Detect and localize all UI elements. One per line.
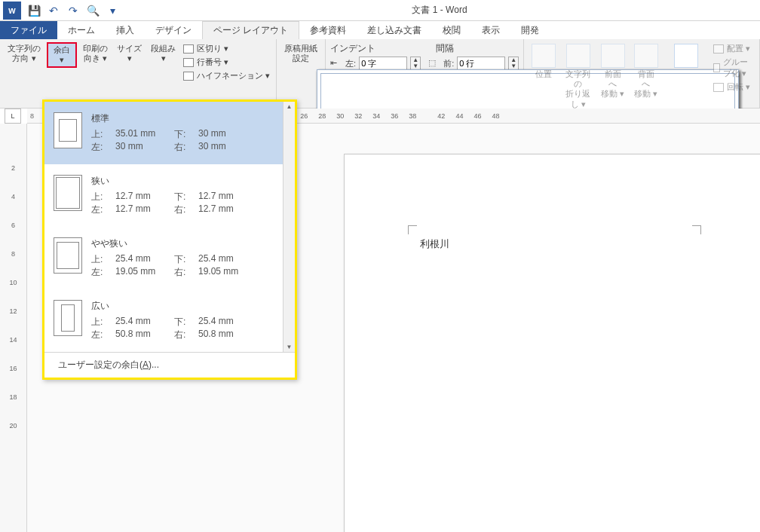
ruler-tick: 38	[409, 112, 416, 120]
margins-preset-icon	[54, 175, 82, 211]
ruler-tick: 8	[11, 250, 15, 258]
ruler-tick: 42	[437, 112, 445, 120]
margins-option-moderate[interactable]: やや狭い上:25.4 mm下:25.4 mm左:19.05 mm右:19.05 …	[44, 227, 295, 289]
ruler-tick: 32	[354, 112, 362, 120]
group-objects-button[interactable]: グループ化 ▾	[712, 56, 755, 80]
tab-references[interactable]: 参考資料	[299, 21, 357, 39]
margin-crop-tr	[692, 225, 701, 234]
margins-preset-icon	[54, 300, 82, 336]
word-app-icon: w	[3, 2, 21, 20]
ruler-tick: 30	[336, 112, 344, 120]
align-icon	[713, 44, 724, 54]
align-button[interactable]: 配置 ▾	[712, 42, 755, 55]
orientation-button[interactable]: 印刷の 向き ▾	[80, 42, 111, 65]
save-icon[interactable]: 💾	[27, 4, 41, 17]
scroll-up-icon[interactable]: ▲	[287, 102, 293, 112]
space-before-label: 前:	[443, 58, 454, 69]
scroll-down-icon[interactable]: ▼	[287, 342, 293, 352]
document-text[interactable]: 利根川	[420, 237, 449, 251]
ruler-tick: 28	[318, 112, 326, 120]
group-manuscript: 原稿用紙 設定	[277, 39, 326, 108]
ruler-tick: 46	[473, 112, 481, 120]
tab-home[interactable]: ホーム	[57, 21, 106, 39]
rotate-icon	[713, 83, 724, 92]
redo-icon[interactable]: ↷	[66, 4, 80, 17]
bring-forward-icon	[601, 44, 625, 68]
bring-forward-button[interactable]: 前面へ 移動 ▾	[598, 42, 628, 101]
tab-review[interactable]: 校閲	[432, 21, 471, 39]
window-title: 文書 1 - Word	[119, 4, 760, 17]
ruler-tick: 12	[9, 307, 17, 315]
margins-gallery: 標準上:35.01 mm下:30 mm左:30 mm右:30 mm狭い上:12.…	[42, 99, 297, 380]
line-numbers-icon	[183, 58, 194, 67]
ruler-tick: 26	[300, 112, 308, 120]
hyphenation-icon	[183, 72, 194, 81]
columns-button[interactable]: 段組み ▾	[148, 42, 179, 65]
quick-access-toolbar: 💾 ↶ ↷ 🔍 ▾	[27, 4, 119, 17]
touch-mode-icon[interactable]: 🔍	[86, 4, 100, 17]
line-numbers-button[interactable]: 行番号 ▾	[182, 56, 271, 69]
margins-preset-icon	[54, 112, 82, 148]
margins-option-normal[interactable]: 標準上:35.01 mm下:30 mm左:30 mm右:30 mm	[44, 102, 295, 164]
send-backward-button[interactable]: 背面へ 移動 ▾	[631, 42, 661, 101]
spacing-title: 間隔	[436, 42, 454, 55]
manuscript-button[interactable]: 原稿用紙 設定	[281, 42, 320, 65]
margin-crop-tl	[408, 225, 417, 234]
tab-file[interactable]: ファイル	[0, 21, 57, 39]
titlebar: w 💾 ↶ ↷ 🔍 ▾ 文書 1 - Word	[0, 0, 760, 21]
ribbon: A 文字列の 方向 ▾ 余白 ▾ 印刷の 向き ▾ サイズ ▾ 段組み ▾ 区切…	[0, 39, 760, 109]
group-objects-icon	[713, 63, 720, 72]
selection-pane-icon	[674, 44, 698, 68]
indent-left-label: 左:	[345, 58, 356, 69]
margins-button[interactable]: 余白 ▾	[47, 42, 77, 68]
space-before-spinner[interactable]: ▲▼	[508, 57, 519, 70]
space-before-input[interactable]	[457, 57, 505, 70]
margins-preset-name: 狭い	[91, 175, 286, 188]
indent-left-spinner[interactable]: ▲▼	[410, 57, 421, 70]
ruler-tick: 4	[11, 193, 15, 200]
group-page-setup: A 文字列の 方向 ▾ 余白 ▾ 印刷の 向き ▾ サイズ ▾ 段組み ▾ 区切…	[0, 39, 277, 108]
ruler-corner[interactable]: L	[5, 109, 21, 124]
position-button[interactable]: 位置	[529, 42, 559, 81]
tab-page-layout[interactable]: ページ レイアウト	[202, 21, 299, 39]
ruler-tick: 6	[11, 222, 15, 229]
margins-preset-name: 広い	[91, 300, 286, 313]
breaks-button[interactable]: 区切り ▾	[182, 42, 271, 55]
margins-option-narrow[interactable]: 狭い上:12.7 mm下:12.7 mm左:12.7 mm右:12.7 mm	[44, 164, 295, 227]
tab-design[interactable]: デザイン	[145, 21, 202, 39]
ruler-tick: 2	[11, 164, 15, 172]
ruler-tick: 20	[9, 422, 17, 430]
ruler-tick: 18	[9, 393, 17, 401]
text-direction-button[interactable]: A 文字列の 方向 ▾	[5, 42, 44, 65]
gallery-scrollbar[interactable]: ▲ ▼	[283, 102, 295, 352]
margins-preset-name: やや狭い	[91, 237, 286, 250]
undo-icon[interactable]: ↶	[47, 4, 60, 17]
tab-insert[interactable]: 挿入	[106, 21, 145, 39]
tab-mailings[interactable]: 差し込み文書	[357, 21, 432, 39]
wrap-text-button[interactable]: 文字列の 折り返し ▾	[562, 42, 594, 111]
indent-left-input[interactable]	[359, 57, 407, 70]
ruler-tick: 8	[30, 112, 34, 120]
hyphenation-button[interactable]: ハイフネーション ▾	[182, 69, 271, 82]
wrap-text-icon	[566, 44, 590, 68]
tab-view[interactable]: 表示	[471, 21, 510, 39]
breaks-icon	[183, 44, 194, 54]
margins-option-wide[interactable]: 広い上:25.4 mm下:25.4 mm左:50.8 mm右:50.8 mm	[44, 289, 295, 352]
ruler-tick: 34	[372, 112, 380, 120]
tab-developer[interactable]: 開発	[510, 21, 550, 39]
ribbon-tabs: ファイル ホーム 挿入 デザイン ページ レイアウト 参考資料 差し込み文書 校…	[0, 21, 760, 39]
rotate-button[interactable]: 回転 ▾	[712, 81, 755, 93]
ruler-tick: 14	[9, 336, 17, 344]
ruler-tick: 48	[492, 112, 499, 120]
ruler-tick: 10	[9, 279, 17, 286]
margins-preset-name: 標準	[91, 112, 286, 125]
indent-left-icon: ⇤	[330, 58, 342, 69]
size-button[interactable]: サイズ ▾	[114, 42, 145, 65]
ruler-vertical[interactable]: 2468101214161820	[0, 124, 27, 532]
ruler-tick: 44	[455, 112, 463, 120]
page[interactable]: 利根川	[344, 154, 760, 532]
custom-margins-button[interactable]: ユーザー設定の余白(A)...	[44, 352, 295, 378]
position-icon	[532, 44, 556, 68]
qat-more-icon[interactable]: ▾	[106, 4, 119, 17]
send-backward-icon	[634, 44, 658, 68]
